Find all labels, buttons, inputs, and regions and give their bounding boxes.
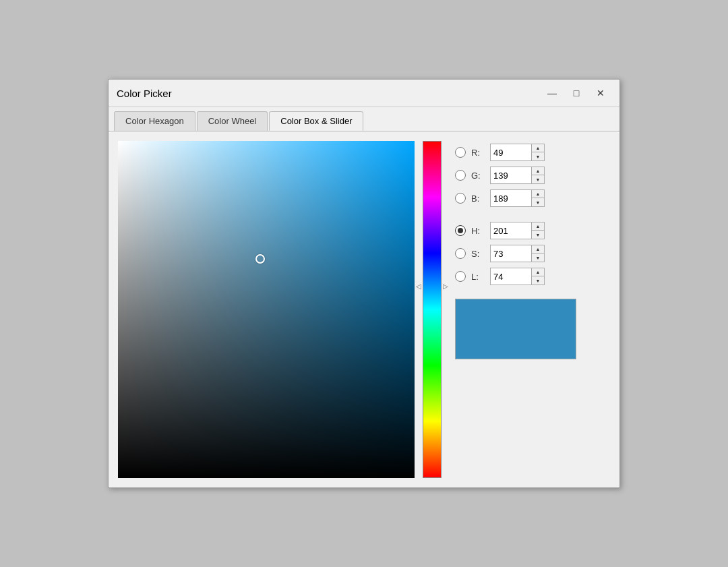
r-row: R: ▲ ▼ <box>455 141 583 164</box>
window-title: Color Picker <box>117 88 172 99</box>
hue-slider-container: ◁ ▷ <box>423 141 447 478</box>
s-arrows: ▲ ▼ <box>531 245 544 262</box>
b-radio[interactable] <box>455 193 466 204</box>
l-spinner: ▲ ▼ <box>490 268 545 285</box>
hue-arrow-right-icon: ◁ <box>416 282 421 290</box>
h-radio[interactable] <box>455 225 466 236</box>
r-spinner: ▲ ▼ <box>490 144 545 161</box>
s-input[interactable] <box>491 245 531 262</box>
s-up[interactable]: ▲ <box>532 245 544 253</box>
maximize-button[interactable]: □ <box>566 85 587 101</box>
s-down[interactable]: ▼ <box>532 253 544 262</box>
l-up[interactable]: ▲ <box>532 268 544 276</box>
s-row: S: ▲ ▼ <box>455 242 583 265</box>
tab-color-box-slider[interactable]: Color Box & Slider <box>269 111 363 131</box>
color-box[interactable] <box>118 141 415 478</box>
g-input[interactable] <box>491 167 531 183</box>
g-arrows: ▲ ▼ <box>531 167 544 183</box>
h-row: H: ▲ ▼ <box>455 219 583 242</box>
r-radio[interactable] <box>455 147 466 158</box>
h-input[interactable] <box>491 222 531 239</box>
g-down[interactable]: ▼ <box>532 175 544 183</box>
s-spinner: ▲ ▼ <box>490 245 545 262</box>
color-preview <box>455 299 576 359</box>
b-spinner: ▲ ▼ <box>490 189 545 207</box>
close-button[interactable]: ✕ <box>590 85 611 101</box>
r-input[interactable] <box>491 144 531 160</box>
s-radio[interactable] <box>455 248 466 259</box>
color-box-canvas <box>118 141 415 478</box>
h-up[interactable]: ▲ <box>532 222 544 231</box>
l-row: L: ▲ ▼ <box>455 265 583 288</box>
s-label: S: <box>471 249 485 259</box>
l-arrows: ▲ ▼ <box>531 268 544 285</box>
l-down[interactable]: ▼ <box>532 276 544 285</box>
b-row: B: ▲ ▼ <box>455 187 583 210</box>
tab-bar: Color Hexagon Color Wheel Color Box & Sl… <box>109 107 619 131</box>
hue-arrow-left-icon: ▷ <box>443 282 448 290</box>
b-label: B: <box>471 193 485 204</box>
g-label: G: <box>471 171 485 181</box>
b-down[interactable]: ▼ <box>532 198 544 206</box>
g-radio[interactable] <box>455 170 466 181</box>
r-up[interactable]: ▲ <box>532 144 544 152</box>
color-box-container <box>118 141 415 478</box>
hue-slider[interactable] <box>423 141 442 478</box>
h-arrows: ▲ ▼ <box>531 222 544 239</box>
r-label: R: <box>471 148 485 158</box>
h-label: H: <box>471 226 485 236</box>
b-input[interactable] <box>491 190 531 206</box>
title-bar: Color Picker — □ ✕ <box>109 80 619 107</box>
tab-color-wheel[interactable]: Color Wheel <box>197 111 268 131</box>
h-down[interactable]: ▼ <box>532 231 544 239</box>
color-picker-window: Color Picker — □ ✕ Color Hexagon Color W… <box>108 79 620 488</box>
color-controls: R: ▲ ▼ G: ▲ ▼ <box>455 141 583 478</box>
l-label: L: <box>471 272 485 282</box>
r-down[interactable]: ▼ <box>532 152 544 160</box>
tab-color-hexagon[interactable]: Color Hexagon <box>114 111 195 131</box>
g-up[interactable]: ▲ <box>532 167 544 175</box>
g-spinner: ▲ ▼ <box>490 167 545 184</box>
main-content: ◁ ▷ R: ▲ ▼ G: <box>109 131 619 487</box>
b-up[interactable]: ▲ <box>532 190 544 198</box>
minimize-button[interactable]: — <box>541 85 563 101</box>
b-arrows: ▲ ▼ <box>531 190 544 206</box>
l-input[interactable] <box>491 268 531 285</box>
g-row: G: ▲ ▼ <box>455 164 583 187</box>
h-spinner: ▲ ▼ <box>490 222 545 239</box>
r-arrows: ▲ ▼ <box>531 144 544 160</box>
l-radio[interactable] <box>455 271 466 282</box>
spacer <box>455 210 583 219</box>
window-controls: — □ ✕ <box>541 85 611 101</box>
